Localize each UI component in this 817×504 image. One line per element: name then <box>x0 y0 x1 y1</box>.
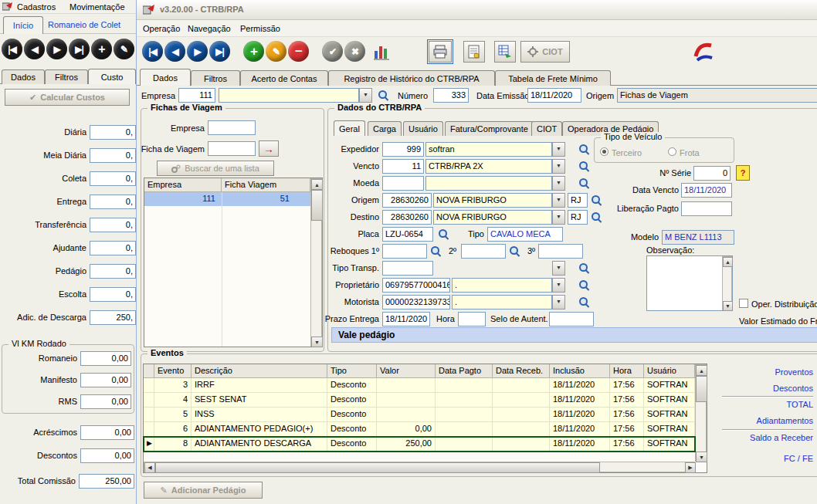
scroll-thumb[interactable] <box>155 462 600 473</box>
field-input[interactable]: 250,00 <box>79 474 134 489</box>
column-header[interactable]: Descrição <box>192 364 327 378</box>
tab-tabela-frete-minimo[interactable]: Tabela de Frete Mínimo <box>495 70 611 86</box>
field-input[interactable]: 0,00 <box>80 448 134 463</box>
reboque2-search-icon[interactable] <box>509 245 520 257</box>
column-header[interactable]: Evento <box>154 364 192 378</box>
column-header[interactable]: Inclusão <box>550 364 610 378</box>
help-button[interactable]: ? <box>736 165 750 181</box>
buscar-de-uma-lista-button[interactable]: Buscar de uma lista <box>157 161 274 176</box>
tipo-transp-input[interactable] <box>382 261 433 276</box>
reboque2-input[interactable] <box>461 244 506 259</box>
field-input[interactable]: 0,00 <box>80 425 134 440</box>
origem-dropdown-button[interactable]: ▼ <box>552 193 565 208</box>
observacao-scrollbar[interactable]: ▲ ▼ <box>722 256 732 310</box>
next-record-button[interactable]: ▶ <box>46 39 67 59</box>
num-serie-input[interactable]: 0 <box>693 166 731 181</box>
tab-geral[interactable]: Geral <box>334 120 365 136</box>
field-input[interactable]: 0, <box>90 287 136 302</box>
edit-button[interactable]: ✎ <box>266 41 286 62</box>
origem-combo[interactable]: NOVA FRIBURGO <box>433 193 552 208</box>
observacao-textarea[interactable]: ▲ ▼ <box>646 255 733 311</box>
tab-filtros-custos[interactable]: Filtros <box>45 69 88 84</box>
scroll-up-button[interactable]: ▲ <box>696 365 707 376</box>
expedidor-dropdown-button[interactable]: ▼ <box>552 142 565 157</box>
placa-search-icon[interactable] <box>438 228 449 240</box>
scroll-down-button[interactable]: ▼ <box>696 452 707 462</box>
empresa-dropdown-button[interactable]: ▼ <box>359 88 372 103</box>
add-button[interactable]: + <box>243 41 264 62</box>
field-input[interactable]: 0,00 <box>80 373 131 387</box>
destino-uf-input[interactable]: RJ <box>568 210 588 225</box>
destino-code-input[interactable]: 28630260 <box>382 210 432 225</box>
empresa-combo[interactable] <box>219 88 359 103</box>
print-button[interactable] <box>429 41 452 63</box>
tab-romaneio-de-coleta[interactable]: Romaneio de Colet <box>48 20 120 30</box>
first-record-button[interactable]: |◀ <box>142 41 163 62</box>
table-row[interactable]: 6 ADIANTAMENTO PEDAGIO(+) Desconto 0,00 … <box>144 422 695 437</box>
tab-acerto-de-contas[interactable]: Acerto de Contas <box>240 70 328 86</box>
field-input[interactable]: 0, <box>90 171 136 186</box>
hora-input[interactable] <box>458 312 486 326</box>
calcular-custos-button[interactable]: ✔ Calcular Custos <box>5 89 130 106</box>
vencto-dropdown-button[interactable]: ▼ <box>552 159 565 174</box>
add-button[interactable]: + <box>91 39 112 59</box>
delete-button[interactable]: − <box>288 41 309 62</box>
edit-button[interactable]: ✎ <box>114 39 134 59</box>
column-header[interactable]: Valor <box>377 364 436 378</box>
radio-frota[interactable] <box>668 147 676 156</box>
table-row[interactable]: 5 INSS Desconto 18/11/2020 17:56 SOFTRAN <box>144 408 695 422</box>
prev-record-button[interactable]: ◀ <box>24 39 45 59</box>
titlebar[interactable]: v3.20.00 - CTRB/RPA <box>137 0 817 20</box>
oper-distribuicao-checkbox[interactable] <box>739 299 748 308</box>
first-record-button[interactable]: |◀ <box>2 39 22 59</box>
reboque1-input[interactable] <box>382 244 427 259</box>
moeda-code-input[interactable] <box>382 176 424 191</box>
scroll-left-button[interactable]: ◀ <box>144 462 155 473</box>
proprietario-combo[interactable]: . <box>452 278 552 293</box>
menu-movimentacoes[interactable]: Movimentaçõe <box>69 2 125 12</box>
link-proventos[interactable]: Proventos <box>708 367 813 377</box>
last-record-button[interactable]: ▶| <box>209 41 230 62</box>
proprietario-search-icon[interactable] <box>578 279 590 291</box>
vencto-code-input[interactable]: 11 <box>382 159 424 174</box>
expedidor-code-input[interactable]: 999 <box>382 142 424 157</box>
motorista-combo[interactable]: . <box>452 295 552 310</box>
reboque1-search-icon[interactable] <box>430 245 442 257</box>
column-header[interactable]: Usuário <box>644 364 695 378</box>
eventos-vertical-scrollbar[interactable]: ▲ ▼ <box>695 364 707 462</box>
prev-record-button[interactable]: ◀ <box>164 41 185 62</box>
tab-dados-custos[interactable]: Dados <box>2 69 45 84</box>
moeda-combo[interactable] <box>425 176 552 191</box>
tab-fatura-comprovante[interactable]: Fatura/Comprovante <box>445 121 534 136</box>
tab-usuario[interactable]: Usuário <box>403 121 443 136</box>
field-input[interactable]: 0, <box>90 241 136 255</box>
tipo-transp-dropdown-button[interactable]: ▼ <box>552 261 565 276</box>
field-input[interactable]: 250, <box>90 310 136 325</box>
tipo-transp-search-icon[interactable] <box>578 262 590 274</box>
scroll-down-button[interactable]: ▼ <box>723 301 733 311</box>
vale-pedagio-banner[interactable]: Vale pedágio <box>331 327 817 343</box>
scroll-up-button[interactable]: ▲ <box>723 257 733 267</box>
moeda-dropdown-button[interactable]: ▼ <box>552 176 565 191</box>
vencto-search-icon[interactable] <box>578 161 590 172</box>
liberacao-pagto-input[interactable] <box>681 201 732 216</box>
link-total[interactable]: TOTAL <box>708 400 813 409</box>
origem-uf-input[interactable]: RJ <box>568 193 588 208</box>
field-input[interactable]: 0, <box>90 264 136 279</box>
scroll-down-button[interactable]: ▼ <box>311 337 323 347</box>
eventos-horizontal-scrollbar[interactable]: ◀ ▶ <box>144 462 695 472</box>
link-descontos[interactable]: Descontos <box>708 384 813 393</box>
radio-terceiro[interactable] <box>600 147 609 156</box>
cancel-button[interactable]: ✖ <box>344 41 365 62</box>
expedidor-combo[interactable]: softran <box>425 142 552 157</box>
column-header[interactable]: Empresa <box>144 178 222 192</box>
data-emissao-input[interactable]: 18/11/2020 <box>527 88 581 103</box>
last-record-button[interactable]: ▶| <box>69 39 90 59</box>
selo-autent-input[interactable] <box>549 312 594 326</box>
table-row[interactable]: 4 SEST SENAT Desconto 18/11/2020 17:56 S… <box>144 393 695 408</box>
destino-combo[interactable]: NOVA FRIBURGO <box>433 210 552 225</box>
scroll-right-button[interactable]: ▶ <box>685 462 696 473</box>
destino-dropdown-button[interactable]: ▼ <box>552 210 565 225</box>
column-header[interactable]: Data Pagto <box>436 364 493 378</box>
chart-icon-button[interactable] <box>372 42 391 61</box>
